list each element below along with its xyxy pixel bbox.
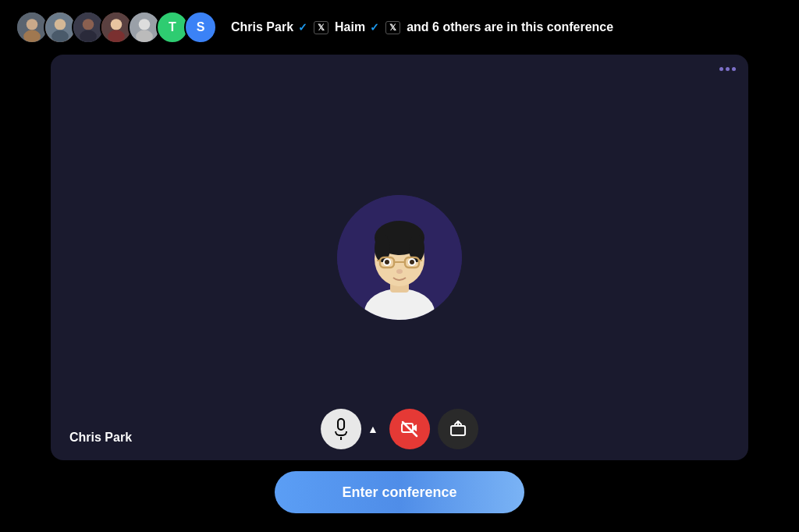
video-area: Chris Park ▲ [51, 55, 748, 460]
svg-point-1 [27, 19, 37, 30]
svg-point-30 [410, 260, 414, 264]
svg-point-11 [108, 30, 125, 43]
conference-info: Chris Park ✓ 𝕏 Haim ✓ 𝕏 and 6 others are… [231, 20, 613, 34]
chevron-up-icon: ▲ [368, 423, 378, 435]
main-content: Chris Park ▲ [0, 55, 799, 532]
person2-name: Haim [335, 20, 365, 34]
dot-1 [719, 67, 723, 71]
svg-point-4 [55, 19, 66, 30]
mic-icon [335, 418, 347, 440]
controls-row: ▲ [321, 409, 478, 449]
dot-3 [732, 67, 736, 71]
speaker-avatar [337, 195, 462, 320]
video-off-button[interactable] [389, 409, 430, 449]
person1-x-badge: 𝕏 [314, 21, 328, 34]
more-options-button[interactable] [719, 67, 736, 71]
person1-verified: ✓ [298, 21, 307, 34]
microphone-button[interactable] [321, 409, 361, 449]
video-off-icon [401, 420, 418, 438]
person2-verified: ✓ [370, 21, 379, 34]
avatar-S: S [184, 11, 217, 44]
svg-point-7 [83, 19, 94, 30]
conference-header: T S Chris Park ✓ 𝕏 Haim ✓ 𝕏 and 6 others… [0, 0, 799, 55]
svg-point-28 [385, 260, 389, 264]
svg-point-14 [136, 30, 153, 43]
person2-x-badge: 𝕏 [385, 21, 400, 34]
enter-conference-button[interactable]: Enter conference [275, 471, 524, 513]
svg-point-31 [396, 269, 403, 274]
share-icon [449, 420, 467, 438]
mic-options-button[interactable]: ▲ [364, 419, 382, 439]
svg-point-10 [111, 19, 122, 30]
dot-2 [726, 67, 730, 71]
svg-point-2 [23, 30, 41, 43]
share-screen-button[interactable] [438, 409, 478, 449]
svg-point-5 [51, 30, 69, 43]
speaker-name-label: Chris Park [69, 431, 132, 445]
conference-suffix: and 6 others are in this conference [407, 20, 613, 34]
svg-point-13 [139, 19, 150, 30]
participant-avatars: T S [16, 11, 217, 44]
speaker-face-svg [337, 195, 462, 320]
svg-point-8 [80, 30, 97, 43]
svg-rect-34 [451, 426, 465, 435]
person1-name: Chris Park [231, 20, 293, 34]
